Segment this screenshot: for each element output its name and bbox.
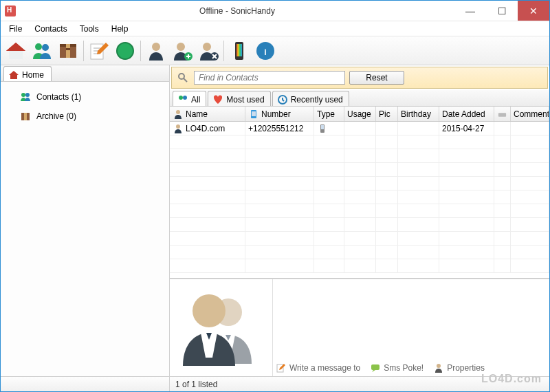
- circle-green-icon: [114, 40, 136, 62]
- sidebar-tab-label: Home: [22, 70, 44, 80]
- mobile-icon: [317, 123, 328, 134]
- status-text: 1 of 1 listed: [170, 380, 223, 389]
- svg-rect-30: [252, 111, 256, 116]
- table-row[interactable]: LO4D.com +12025551212 2015-04-27: [170, 122, 549, 135]
- contacts-grid: Name Number Type Usage Pic Birthday Date…: [170, 107, 549, 279]
- col-date-added[interactable]: Date Added: [439, 107, 494, 121]
- write-message-button[interactable]: Write a message to: [276, 362, 360, 373]
- svg-point-32: [176, 124, 180, 129]
- device-icon: [228, 40, 250, 62]
- menu-contacts[interactable]: Contacts: [29, 23, 72, 35]
- empty-rows: [170, 135, 549, 273]
- contact-avatar: [170, 279, 273, 376]
- cell-name: LO4D.com: [170, 122, 245, 135]
- add-person-button[interactable]: [170, 39, 195, 63]
- remove-person-button[interactable]: [196, 39, 221, 63]
- info-button[interactable]: i: [253, 39, 278, 63]
- window-controls: — ☐ ✕: [454, 1, 549, 21]
- clock-icon: [277, 94, 288, 105]
- grid-header: Name Number Type Usage Pic Birthday Date…: [170, 107, 549, 122]
- device-button[interactable]: [227, 39, 252, 63]
- window-title: Offline - SonicHandy: [20, 6, 454, 16]
- properties-button[interactable]: Properties: [433, 362, 485, 373]
- svg-point-25: [179, 96, 183, 100]
- search-bar: Reset: [171, 67, 548, 89]
- grid-body[interactable]: LO4D.com +12025551212 2015-04-27: [170, 122, 549, 279]
- col-pic[interactable]: Pic: [376, 107, 398, 121]
- menu-tools[interactable]: Tools: [74, 23, 104, 35]
- person-remove-icon: [197, 40, 219, 62]
- cell-type: [314, 122, 344, 135]
- menubar: File Contacts Tools Help: [1, 21, 549, 36]
- col-birthday[interactable]: Birthday: [398, 107, 439, 121]
- maximize-button[interactable]: ☐: [486, 1, 518, 21]
- person-icon: [173, 109, 184, 120]
- svg-rect-34: [321, 125, 324, 129]
- tab-recently-used[interactable]: Recently used: [272, 91, 349, 106]
- toolbar-separator: [223, 41, 224, 61]
- phone-icon: [248, 109, 259, 120]
- col-type[interactable]: Type: [314, 107, 344, 121]
- svg-point-10: [152, 43, 160, 51]
- new-message-button[interactable]: [87, 39, 111, 63]
- svg-text:i: i: [264, 47, 266, 57]
- person-icon: [173, 123, 184, 134]
- archive-icon: [57, 40, 79, 62]
- svg-line-24: [184, 78, 187, 82]
- col-usage[interactable]: Usage: [344, 107, 376, 121]
- svg-rect-38: [371, 364, 380, 370]
- tab-all[interactable]: All: [173, 91, 206, 106]
- sidebar-item-archive[interactable]: Archive (0): [1, 107, 169, 126]
- svg-point-2: [42, 44, 49, 51]
- record-button[interactable]: [113, 39, 138, 63]
- app-window: Offline - SonicHandy — ☐ ✕ File Contacts…: [0, 0, 550, 392]
- col-comment[interactable]: Comment: [511, 107, 549, 121]
- svg-rect-0: [9, 51, 23, 59]
- svg-rect-6: [66, 48, 70, 50]
- home-icon: [5, 40, 27, 62]
- close-button[interactable]: ✕: [518, 1, 549, 21]
- svg-point-39: [437, 364, 441, 368]
- app-icon: [5, 6, 16, 17]
- col-name[interactable]: Name: [170, 107, 245, 121]
- reset-button[interactable]: Reset: [349, 71, 404, 85]
- svg-point-20: [25, 93, 30, 97]
- svg-rect-31: [498, 113, 506, 117]
- comment-icon: [497, 109, 507, 120]
- tab-most-used[interactable]: Most used: [208, 91, 270, 106]
- tab-label: Recently used: [291, 95, 343, 105]
- filter-tabs: All Most used Recently used: [170, 90, 549, 107]
- col-number[interactable]: Number: [245, 107, 314, 121]
- action-label: Properties: [447, 363, 485, 373]
- contacts-button[interactable]: [30, 39, 54, 63]
- sms-poke-button[interactable]: Sms Poke!: [370, 362, 424, 373]
- menu-help[interactable]: Help: [106, 23, 134, 35]
- sidebar-items: Contacts (1) Archive (0): [1, 82, 169, 131]
- menu-file[interactable]: File: [3, 23, 28, 35]
- col-comment-icon[interactable]: [494, 107, 511, 121]
- toolbar-separator: [140, 41, 141, 61]
- home-button[interactable]: [3, 39, 28, 63]
- cell-date-added: 2015-04-27: [439, 122, 494, 135]
- svg-point-36: [192, 294, 226, 327]
- sidebar-tab-home[interactable]: Home: [3, 66, 52, 81]
- avatar-icon: [180, 285, 263, 367]
- archive-button[interactable]: [56, 39, 80, 63]
- cell-usage: [344, 122, 376, 135]
- tab-label: Most used: [226, 95, 264, 105]
- svg-rect-16: [236, 44, 242, 56]
- person-button[interactable]: [144, 39, 168, 63]
- action-label: Sms Poke!: [384, 363, 424, 373]
- detail-actions: Write a message to Sms Poke! Properties: [273, 279, 549, 376]
- sidebar-item-contacts[interactable]: Contacts (1): [1, 87, 169, 107]
- svg-rect-22: [24, 113, 27, 120]
- minimize-button[interactable]: —: [454, 1, 486, 21]
- search-input[interactable]: [194, 71, 345, 85]
- edit-icon: [88, 40, 110, 62]
- detail-pane: Write a message to Sms Poke! Properties: [170, 279, 549, 376]
- svg-point-26: [183, 96, 187, 100]
- contacts-icon: [20, 91, 31, 102]
- sidebar-item-label: Archive (0): [36, 111, 76, 121]
- svg-point-1: [35, 43, 42, 50]
- heart-icon: [212, 94, 223, 105]
